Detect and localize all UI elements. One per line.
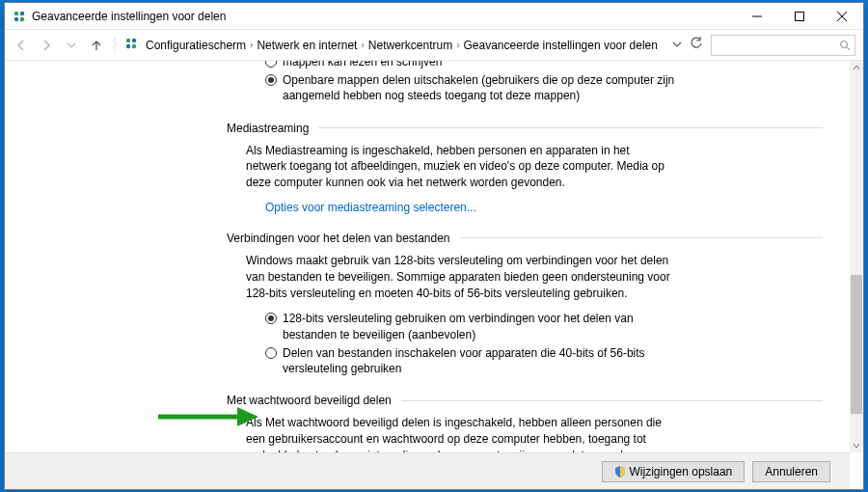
svg-line-14 bbox=[847, 47, 850, 50]
app-icon bbox=[13, 10, 26, 23]
crumb-netwerk-internet[interactable]: Netwerk en internet bbox=[257, 39, 357, 52]
back-button[interactable] bbox=[13, 37, 30, 54]
media-description: Als Mediastreaming is ingeschakeld, hebb… bbox=[246, 143, 670, 191]
save-button-label: Wijzigingen opslaan bbox=[630, 465, 733, 478]
recent-dropdown-icon[interactable] bbox=[63, 37, 80, 54]
crumb-geavanceerde[interactable]: Geavanceerde instellingen voor delen bbox=[464, 39, 658, 52]
option-label: mappen kan lezen en schrijven bbox=[283, 61, 442, 69]
section-heading: Verbindingen voor het delen van bestande… bbox=[227, 232, 450, 245]
close-button[interactable] bbox=[821, 3, 863, 30]
annotation-arrow bbox=[154, 403, 260, 433]
svg-point-11 bbox=[126, 44, 130, 48]
radio-128bit[interactable] bbox=[265, 313, 277, 324]
address-separator bbox=[113, 35, 117, 56]
svg-point-1 bbox=[20, 11, 24, 14]
forward-button[interactable] bbox=[38, 37, 55, 54]
vertical-scrollbar[interactable] bbox=[850, 61, 863, 452]
crumb-netwerkcentrum[interactable]: Netwerkcentrum bbox=[368, 39, 452, 52]
title-bar: Geavanceerde instellingen voor delen bbox=[5, 3, 863, 30]
scroll-up-button[interactable] bbox=[850, 61, 863, 74]
section-password-sharing: Met wachtwoord beveiligd delen bbox=[227, 394, 823, 407]
svg-point-0 bbox=[14, 11, 18, 14]
chevron-right-icon: › bbox=[361, 40, 364, 50]
svg-point-3 bbox=[20, 16, 24, 20]
section-mediastreaming: Mediastreaming bbox=[227, 122, 823, 135]
svg-point-12 bbox=[132, 44, 136, 48]
maximize-button[interactable] bbox=[778, 3, 821, 30]
scroll-track[interactable] bbox=[850, 74, 863, 439]
section-file-connections: Verbindingen voor het delen van bestande… bbox=[227, 232, 823, 245]
cancel-button[interactable]: Annuleren bbox=[752, 461, 830, 482]
crumb-configuratiescherm[interactable]: Configuratiescherm bbox=[146, 39, 246, 52]
breadcrumb: Configuratiescherm › Netwerk en internet… bbox=[146, 39, 661, 52]
chevron-right-icon: › bbox=[456, 40, 459, 50]
svg-point-13 bbox=[841, 41, 848, 47]
chevron-right-icon: › bbox=[250, 40, 253, 50]
option-label: Delen van bestanden inschakelen voor app… bbox=[283, 345, 688, 376]
radio-public-off[interactable] bbox=[265, 74, 277, 86]
window: Geavanceerde instellingen voor delen Con… bbox=[4, 2, 864, 490]
save-button[interactable]: Wijzigingen opslaan bbox=[602, 461, 746, 482]
radio-40-56bit[interactable] bbox=[265, 347, 277, 359]
conn-description: Windows maakt gebruik van 128-bits versl… bbox=[246, 253, 670, 301]
svg-point-10 bbox=[132, 39, 136, 42]
button-bar: Wijzigingen opslaan Annuleren bbox=[5, 452, 850, 489]
up-button[interactable] bbox=[88, 37, 105, 54]
location-icon bbox=[124, 37, 138, 53]
cancel-button-label: Annuleren bbox=[765, 465, 818, 478]
divider bbox=[460, 237, 823, 238]
radio-public-on[interactable] bbox=[265, 61, 277, 68]
content-area: mappen kan lezen en schrijven Openbare m… bbox=[5, 61, 863, 489]
media-options-link[interactable]: Opties voor mediastreaming selecteren... bbox=[265, 201, 823, 214]
scroll-viewport: mappen kan lezen en schrijven Openbare m… bbox=[5, 61, 850, 452]
svg-point-2 bbox=[14, 16, 18, 20]
scroll-thumb[interactable] bbox=[851, 275, 862, 414]
minimize-button[interactable] bbox=[736, 3, 778, 30]
refresh-button[interactable] bbox=[690, 37, 703, 53]
divider bbox=[318, 127, 823, 128]
pw-description: Als Met wachtwoord beveiligd delen is in… bbox=[246, 415, 670, 452]
window-title: Geavanceerde instellingen voor delen bbox=[32, 10, 226, 23]
divider bbox=[401, 400, 823, 401]
address-bar: Configuratiescherm › Netwerk en internet… bbox=[5, 30, 863, 61]
search-input[interactable] bbox=[711, 35, 855, 56]
option-label: Openbare mappen delen uitschakelen (gebr… bbox=[283, 72, 697, 103]
address-dropdown-icon[interactable] bbox=[672, 39, 682, 52]
svg-point-9 bbox=[126, 39, 130, 42]
shield-icon bbox=[614, 466, 626, 478]
option-label: 128-bits versleuteling gebruiken om verb… bbox=[283, 311, 688, 342]
section-heading: Mediastreaming bbox=[227, 122, 309, 135]
search-icon bbox=[839, 40, 851, 51]
svg-rect-5 bbox=[796, 12, 804, 20]
scroll-down-button[interactable] bbox=[850, 439, 863, 452]
svg-marker-16 bbox=[237, 407, 258, 426]
